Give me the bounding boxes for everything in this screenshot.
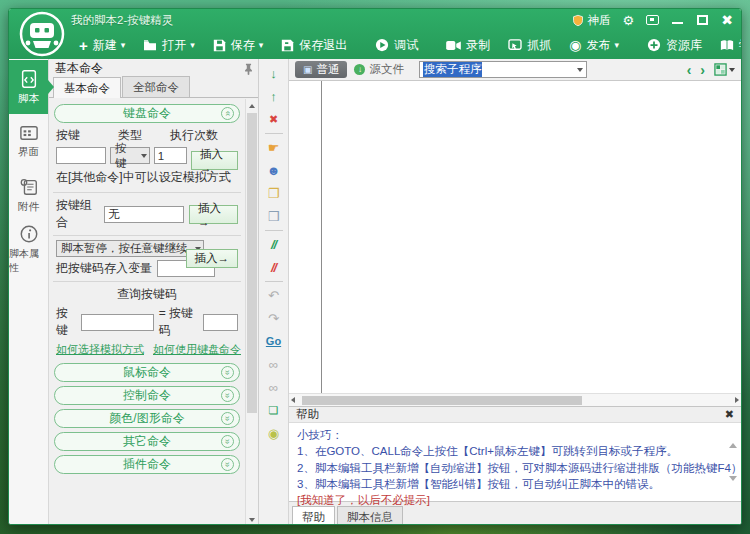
comment-icon[interactable]: // bbox=[259, 233, 288, 256]
section-color-commands[interactable]: 颜色/图形命令 « bbox=[54, 409, 240, 428]
close-button[interactable]: ✖ bbox=[721, 15, 733, 26]
save-exit-button[interactable]: 保存退出 bbox=[273, 34, 355, 57]
expand-icon: « bbox=[221, 389, 234, 402]
editor-column: ▣ 普通 ↓ 源文件 搜索子程序 ‹ › bbox=[289, 59, 741, 525]
source-file-icon: ↓ bbox=[354, 64, 365, 75]
new-button[interactable]: + 新建 ▾ bbox=[71, 34, 133, 57]
publish-button[interactable]: ◉ 发布 ▾ bbox=[561, 34, 627, 57]
learning-center-label: 学习中心 bbox=[739, 37, 742, 54]
help-title: 帮助 bbox=[296, 407, 319, 422]
plus-icon: + bbox=[79, 38, 88, 53]
pause-mode-value: 脚本暂停，按任意键继续 bbox=[61, 241, 188, 256]
tab-basic-commands[interactable]: 基本命令 bbox=[53, 77, 121, 98]
section-keyboard-commands[interactable]: 键盘命令 « bbox=[54, 104, 240, 123]
learning-center-button[interactable]: 学习中心 bbox=[712, 34, 742, 57]
chevron-down-icon: ▾ bbox=[259, 40, 264, 50]
panel-scrollbar[interactable] bbox=[245, 99, 258, 525]
resource-library-label: 资源库 bbox=[666, 37, 702, 54]
pin-icon[interactable] bbox=[244, 63, 253, 75]
count-input[interactable]: 1 bbox=[154, 147, 187, 164]
section-plugin-commands[interactable]: 插件命令 « bbox=[54, 455, 240, 474]
count-label: 执行次数 bbox=[170, 127, 218, 144]
undo-icon[interactable]: ↶ bbox=[259, 284, 288, 307]
paste-icon[interactable]: ❒ bbox=[259, 205, 288, 228]
control-section-label: 控制命令 bbox=[123, 387, 171, 404]
section-other-commands[interactable]: 其它命令 « bbox=[54, 432, 240, 451]
nav-item-interface[interactable]: 界面 bbox=[9, 114, 48, 168]
type-select[interactable]: 按键 bbox=[110, 147, 150, 164]
query-code-input[interactable] bbox=[203, 314, 238, 331]
book-icon bbox=[720, 39, 734, 52]
find-icon[interactable]: ∞ bbox=[259, 353, 288, 376]
resource-library-button[interactable]: 资源库 bbox=[639, 34, 710, 57]
scrollbar-thumb[interactable] bbox=[247, 113, 257, 413]
tab-all-commands[interactable]: 全部命令 bbox=[122, 76, 190, 97]
nav-item-script[interactable]: 脚本 bbox=[9, 60, 48, 114]
hand-icon[interactable]: ☛ bbox=[259, 136, 288, 159]
insert-pause-button[interactable]: 插入→ bbox=[186, 249, 239, 268]
dismiss-tips-link[interactable]: [我知道了，以后不必提示] bbox=[297, 492, 723, 508]
scroll-down-arrow[interactable] bbox=[729, 479, 737, 495]
section-mouse-commands[interactable]: 鼠标命令 « bbox=[54, 363, 240, 382]
layout-grid-button[interactable] bbox=[714, 63, 735, 76]
move-up-icon[interactable]: ↑ bbox=[259, 85, 288, 108]
delete-line-icon[interactable]: ✖ bbox=[259, 108, 288, 131]
link-keyboard-usage[interactable]: 如何使用键盘命令 bbox=[153, 342, 241, 357]
tab-script-info[interactable]: 脚本信息 bbox=[337, 506, 403, 525]
divider bbox=[53, 235, 241, 236]
insert-key-button[interactable]: 插入→ bbox=[191, 151, 238, 170]
combo-input[interactable]: 无 bbox=[104, 206, 184, 223]
tip-line-3: 3、脚本编辑工具栏新增【智能纠错】按钮，可自动纠正脚本中的错误。 bbox=[297, 476, 723, 492]
plugin-section-label: 插件命令 bbox=[123, 456, 171, 473]
scroll-right-arrow[interactable] bbox=[735, 394, 739, 406]
copy-icon[interactable]: ❐ bbox=[259, 182, 288, 205]
eye-icon[interactable]: ◉ bbox=[259, 422, 288, 445]
scroll-up-arrow[interactable] bbox=[246, 99, 258, 112]
uncomment-icon[interactable]: // bbox=[259, 256, 288, 279]
settings-gear-icon[interactable]: ⚙ bbox=[623, 14, 635, 27]
insert-combo-button[interactable]: 插入→ bbox=[189, 205, 238, 224]
subroutine-search-value: 搜索子程序 bbox=[423, 62, 483, 77]
move-down-icon[interactable]: ↓ bbox=[259, 62, 288, 85]
tab-help[interactable]: 帮助 bbox=[292, 506, 335, 525]
code-editor-area[interactable] bbox=[289, 81, 741, 393]
shield-guard-button[interactable]: 神盾 bbox=[572, 13, 611, 28]
navigate-forward-icon[interactable]: › bbox=[700, 63, 705, 77]
script-window-icon[interactable]: ❏ bbox=[259, 399, 288, 422]
open-label: 打开 bbox=[162, 37, 186, 54]
open-button[interactable]: 打开 ▾ bbox=[135, 34, 203, 57]
scroll-up-arrow[interactable] bbox=[729, 429, 737, 445]
capture-button[interactable]: 抓抓 bbox=[500, 34, 559, 57]
view-source-button[interactable]: ↓ 源文件 bbox=[354, 62, 404, 77]
scroll-down-arrow[interactable] bbox=[246, 513, 258, 525]
section-control-commands[interactable]: 控制命令 « bbox=[54, 386, 240, 405]
key-label: 按键 bbox=[56, 127, 118, 144]
find-next-icon[interactable]: ∞ bbox=[259, 376, 288, 399]
scroll-left-arrow[interactable] bbox=[291, 394, 295, 406]
scrollbar-thumb[interactable] bbox=[302, 396, 582, 405]
nav-item-attachment[interactable]: 附件 bbox=[9, 168, 48, 222]
nav-item-script-properties[interactable]: 脚本属性 bbox=[9, 222, 48, 276]
window-mode-icon: ▣ bbox=[303, 64, 312, 75]
horizontal-scrollbar[interactable] bbox=[289, 393, 741, 406]
pause-mode-select[interactable]: 脚本暂停，按任意键继续 bbox=[56, 240, 204, 257]
edit-tools-rail: ↓ ↑ ✖ ☛ ☻ ❐ ❒ // // ↶ ↷ Go ∞ ∞ ❏ ◉ bbox=[259, 59, 289, 525]
minimize-to-tray-icon[interactable] bbox=[646, 15, 659, 26]
user-icon[interactable]: ☻ bbox=[259, 159, 288, 182]
help-panel-body: 小技巧： 1、在GOTO、CALL命令上按住【Ctrl+鼠标左键】可跳转到目标或… bbox=[289, 423, 741, 501]
query-key-input[interactable] bbox=[81, 314, 153, 331]
maximize-button[interactable] bbox=[696, 15, 709, 26]
link-choose-simulation[interactable]: 如何选择模拟方式 bbox=[56, 342, 144, 357]
view-normal-button[interactable]: ▣ 普通 bbox=[295, 61, 347, 78]
record-button[interactable]: 录制 bbox=[438, 34, 498, 57]
redo-icon[interactable]: ↷ bbox=[259, 307, 288, 330]
navigate-back-icon[interactable]: ‹ bbox=[687, 63, 692, 77]
goto-icon[interactable]: Go bbox=[259, 330, 288, 353]
left-nav-rail: 脚本 界面 附件 bbox=[9, 59, 49, 525]
close-icon[interactable]: ✖ bbox=[725, 408, 734, 421]
debug-button[interactable]: 调试 bbox=[367, 34, 426, 57]
subroutine-search-select[interactable]: 搜索子程序 bbox=[419, 61, 587, 78]
key-input[interactable] bbox=[56, 147, 106, 164]
minimize-button[interactable] bbox=[671, 15, 684, 26]
save-button[interactable]: 保存 ▾ bbox=[205, 34, 272, 57]
